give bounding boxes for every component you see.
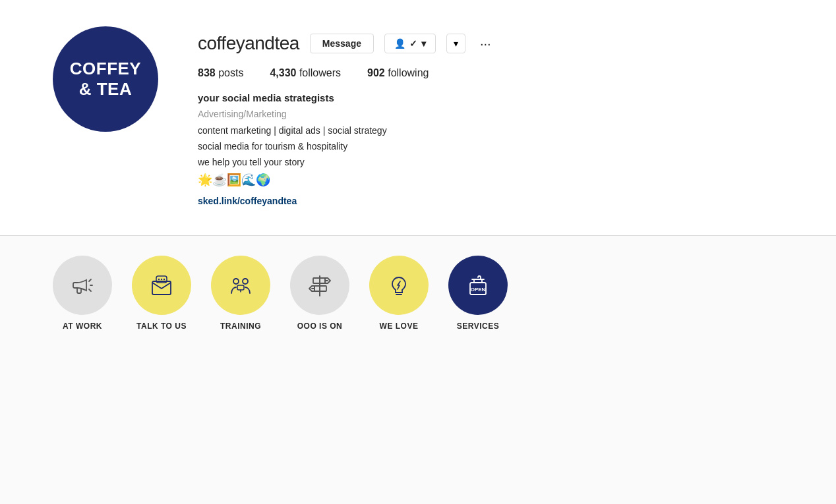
story-we-love[interactable]: WE LOVE xyxy=(369,256,429,331)
posts-label: posts xyxy=(218,67,243,78)
story-label-ooo-is-on: OOO IS ON xyxy=(297,322,343,331)
story-circle-services: OPEN xyxy=(448,256,508,315)
story-label-training: TRAINING xyxy=(220,322,261,331)
megaphone-icon xyxy=(68,271,97,300)
username: coffeyandtea xyxy=(198,33,299,54)
story-circle-training xyxy=(211,256,270,315)
following-label: following xyxy=(388,67,429,78)
dropdown-button[interactable]: ▾ xyxy=(446,34,465,53)
story-at-work[interactable]: AT WORK xyxy=(53,256,112,331)
story-services[interactable]: OPEN SERVICES xyxy=(448,256,508,331)
story-talk-to-us[interactable]: TALK TO US xyxy=(132,256,191,331)
person-icon: 👤 xyxy=(394,38,405,49)
svg-point-6 xyxy=(161,278,162,279)
posts-stat: 838 posts xyxy=(198,67,243,79)
stories-section: AT WORK TALK TO US xyxy=(0,236,836,344)
followers-label: followers xyxy=(299,67,341,78)
profile-info: coffeyandtea Message 👤 ✓ ▾ ▾ ··· 838 pos… xyxy=(198,26,783,209)
svg-point-5 xyxy=(158,278,160,279)
story-label-talk-to-us: TALK TO US xyxy=(136,322,187,331)
avatar-text: COFFEY& TEA xyxy=(70,59,141,99)
story-ooo-is-on[interactable]: OOO IS ON xyxy=(290,256,349,331)
story-circle-we-love xyxy=(369,256,429,315)
chevron-down-icon: ▾ xyxy=(454,38,458,49)
followers-stat[interactable]: 4,330 followers xyxy=(270,67,341,79)
svg-point-7 xyxy=(164,278,165,279)
followers-count: 4,330 xyxy=(270,67,296,78)
bio-line-1: content marketing | digital ads | social… xyxy=(198,124,783,138)
story-circle-at-work xyxy=(53,256,112,315)
follow-chevron: ▾ xyxy=(421,38,426,49)
following-stat[interactable]: 902 following xyxy=(367,67,429,79)
bio-link[interactable]: sked.link/coffeyandtea xyxy=(198,196,297,206)
story-label-at-work: AT WORK xyxy=(63,322,102,331)
story-circle-ooo-is-on xyxy=(290,256,349,315)
signpost-icon xyxy=(305,271,334,300)
story-training[interactable]: TRAINING xyxy=(211,256,270,331)
bio-section: your social media strategists Advertisin… xyxy=(198,91,783,209)
svg-text:OPEN: OPEN xyxy=(471,287,486,293)
stats-row: 838 posts 4,330 followers 902 following xyxy=(198,67,783,79)
lightbulb-icon xyxy=(384,271,413,300)
avatar: COFFEY& TEA xyxy=(53,26,158,132)
svg-point-9 xyxy=(243,279,248,284)
stories-row: AT WORK TALK TO US xyxy=(53,256,783,331)
svg-line-0 xyxy=(89,279,91,281)
posts-count: 838 xyxy=(198,67,216,78)
profile-section: COFFEY& TEA coffeyandtea Message 👤 ✓ ▾ ▾… xyxy=(0,0,836,235)
follow-button[interactable]: 👤 ✓ ▾ xyxy=(384,34,436,53)
message-button[interactable]: Message xyxy=(310,34,374,53)
bio-line-3: we help you tell your story xyxy=(198,155,783,169)
svg-rect-10 xyxy=(237,285,244,290)
envelope-chat-icon xyxy=(147,271,176,300)
open-sign-icon: OPEN xyxy=(463,271,493,300)
story-circle-talk-to-us xyxy=(132,256,191,315)
more-icon: ··· xyxy=(480,36,491,51)
bio-line-2: social media for tourism & hospitality xyxy=(198,140,783,154)
bio-category: Advertising/Marketing xyxy=(198,107,783,121)
profile-header-row: coffeyandtea Message 👤 ✓ ▾ ▾ ··· xyxy=(198,33,783,54)
story-label-services: SERVICES xyxy=(457,322,499,331)
more-button[interactable]: ··· xyxy=(476,34,495,54)
bio-name: your social media strategists xyxy=(198,91,783,106)
story-label-we-love: WE LOVE xyxy=(380,322,419,331)
avatar-container: COFFEY& TEA xyxy=(53,26,158,132)
svg-line-2 xyxy=(89,289,91,291)
people-chat-icon xyxy=(226,271,255,300)
bio-emojis: 🌟☕🖼️🌊🌍 xyxy=(198,171,783,189)
following-count: 902 xyxy=(367,67,385,78)
follow-check: ✓ xyxy=(409,38,417,49)
svg-point-8 xyxy=(233,279,239,284)
